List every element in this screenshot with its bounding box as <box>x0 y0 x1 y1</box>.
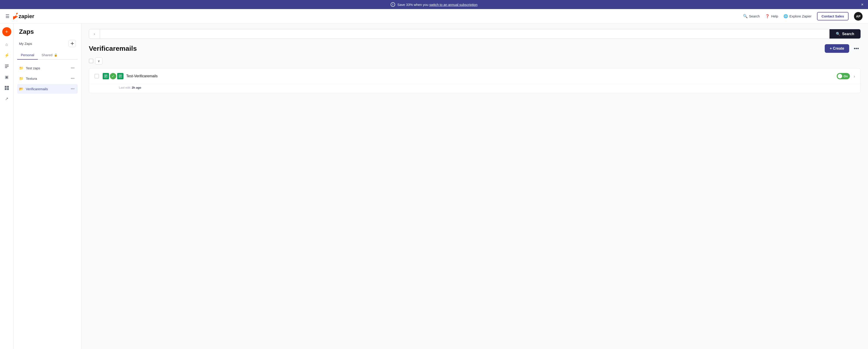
search-button[interactable]: 🔍 Search <box>830 29 861 38</box>
icon-sidebar: + ⌂ ⚡ ▣ ↗ <box>0 24 13 349</box>
zapier-lightning-icon <box>13 13 18 20</box>
search-nav-label: Search <box>749 14 760 18</box>
search-nav-icon: 🔍 <box>743 14 748 19</box>
my-zaps-header: My Zaps <box>17 40 78 47</box>
folder-menu-button[interactable]: ••• <box>69 86 76 91</box>
sidebar-icon-canvas[interactable]: ↗ <box>2 94 11 103</box>
sidebar-icon-home[interactable]: ⌂ <box>2 40 11 49</box>
sidebar-title: Zaps <box>17 28 78 35</box>
tab-shared[interactable]: Shared 🔒 <box>38 51 61 59</box>
folder-menu-button[interactable]: ••• <box>69 65 76 70</box>
folder-item-test-zaps[interactable]: 📁 Test zaps ••• <box>17 63 78 73</box>
folder-icon-active: 📂 <box>19 87 24 91</box>
dropdown-button[interactable]: ∨ <box>95 57 102 65</box>
svg-rect-11 <box>105 75 107 76</box>
folder-item-textura[interactable]: 📁 Textura ••• <box>17 74 78 83</box>
svg-rect-9 <box>71 43 74 44</box>
svg-rect-7 <box>7 88 9 90</box>
help-nav-item[interactable]: ❓ Help <box>765 14 778 18</box>
zap-checkbox[interactable] <box>94 74 99 78</box>
tabs: Personal Shared 🔒 <box>17 51 78 60</box>
info-icon: i <box>391 2 395 7</box>
more-options-button[interactable]: ••• <box>852 44 861 53</box>
last-edit: Last edit: 2h ago <box>89 84 861 93</box>
svg-rect-5 <box>7 86 9 88</box>
search-chevron-button[interactable]: › <box>89 29 100 38</box>
logo-text: zapier <box>19 13 34 20</box>
zap-name: Test-Verificaremails <box>126 74 837 78</box>
search-bar: › 🔍 Search <box>89 29 861 39</box>
folder-menu-button[interactable]: ••• <box>69 76 76 81</box>
sidebar-icon-zaps[interactable]: ⚡ <box>2 51 11 60</box>
folder-actions: + Create ••• <box>825 44 861 53</box>
logo: zapier <box>13 13 34 20</box>
svg-rect-17 <box>119 76 121 77</box>
search-button-label: Search <box>842 32 854 36</box>
header-nav: 🔍 Search ❓ Help 🌐 Explore Zapier Contact… <box>743 12 863 21</box>
google-sheets-icon-2 <box>117 73 123 79</box>
tab-personal[interactable]: Personal <box>17 51 38 60</box>
folder-name: Textura <box>26 76 69 81</box>
banner-link[interactable]: switch to an annual subscription <box>429 3 477 7</box>
folder-title: Verificaremails <box>89 45 137 52</box>
globe-icon: 🌐 <box>783 14 788 18</box>
banner-close-button[interactable]: × <box>861 2 864 7</box>
folder-header: Verificaremails + Create ••• <box>89 44 861 53</box>
sidebar-icon-tables[interactable]: ▣ <box>2 72 11 82</box>
svg-rect-15 <box>119 75 121 76</box>
zap-app-icons: ✓ <box>103 73 123 79</box>
svg-rect-13 <box>105 76 106 77</box>
svg-rect-2 <box>5 66 9 67</box>
add-folder-button[interactable] <box>69 40 76 47</box>
checkmark-icon: ✓ <box>110 73 116 79</box>
zap-card: ✓ Test-Verificaremails On › <box>89 68 861 93</box>
svg-marker-0 <box>13 13 18 20</box>
zap-row: ✓ Test-Verificaremails On › <box>89 68 861 84</box>
sidebar-icon-transfers[interactable] <box>2 62 11 71</box>
search-nav-item[interactable]: 🔍 Search <box>743 14 760 19</box>
promo-banner: i Save 33% when you switch to an annual … <box>0 0 868 9</box>
folder-icon: 📁 <box>19 76 24 81</box>
select-all-checkbox[interactable] <box>89 59 93 63</box>
google-sheets-icon <box>103 73 109 79</box>
zap-toggle[interactable]: On <box>837 73 850 79</box>
last-edit-time: 2h ago <box>132 86 141 89</box>
folder-icon: 📁 <box>19 66 24 70</box>
svg-rect-6 <box>5 88 6 90</box>
search-icon: 🔍 <box>836 32 840 36</box>
svg-rect-3 <box>5 67 7 68</box>
header: ☰ zapier 🔍 Search ❓ Help 🌐 Explore Zapie… <box>0 9 868 24</box>
svg-rect-1 <box>5 65 9 65</box>
lock-icon: 🔒 <box>54 53 58 57</box>
folder-name-active: Verificaremails <box>26 87 69 91</box>
help-nav-label: Help <box>771 14 778 18</box>
contact-sales-button[interactable]: Contact Sales <box>817 12 848 21</box>
create-zap-button[interactable]: + Create <box>825 44 849 53</box>
avatar[interactable]: AP <box>854 12 863 21</box>
search-input[interactable] <box>100 29 830 38</box>
banner-text: Save 33% when you switch to an annual su… <box>397 3 477 7</box>
folder-name: Test zaps <box>26 66 69 70</box>
folder-item-verificaremails[interactable]: 📂 Verificaremails ••• <box>17 84 78 94</box>
toggle-circle <box>838 74 842 78</box>
explore-nav-item[interactable]: 🌐 Explore Zapier <box>783 14 812 18</box>
create-button[interactable]: + <box>2 27 11 36</box>
tab-shared-label: Shared <box>41 53 52 57</box>
menu-icon[interactable]: ☰ <box>5 13 9 19</box>
sidebar-icon-interfaces[interactable] <box>2 84 11 92</box>
my-zaps-label: My Zaps <box>19 42 32 45</box>
svg-rect-4 <box>5 86 6 88</box>
nav-sidebar: Zaps My Zaps Personal Shared 🔒 📁 Test za… <box>13 24 82 349</box>
zap-controls: ∨ <box>89 57 861 65</box>
svg-rect-12 <box>105 76 107 76</box>
app-layout: + ⌂ ⚡ ▣ ↗ Zaps My Zaps Personal Shared 🔒 <box>0 24 868 349</box>
explore-nav-label: Explore Zapier <box>789 14 812 18</box>
toggle-label: On <box>843 74 847 78</box>
zap-expand-icon[interactable]: › <box>854 74 855 79</box>
main-content: › 🔍 Search Verificaremails + Create ••• … <box>82 24 868 349</box>
svg-rect-16 <box>119 76 121 76</box>
last-edit-label: Last edit: <box>119 86 131 89</box>
help-nav-icon: ❓ <box>765 14 770 18</box>
